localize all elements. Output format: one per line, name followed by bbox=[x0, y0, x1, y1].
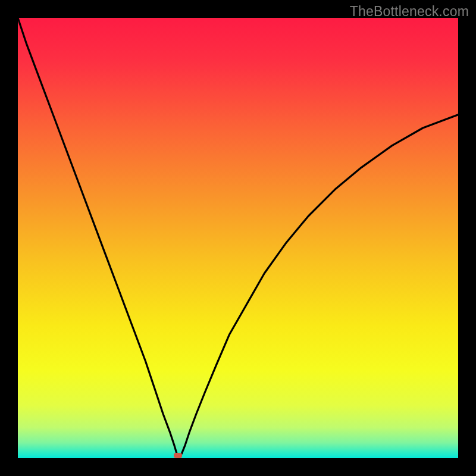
watermark: TheBottleneck.com bbox=[350, 4, 469, 20]
bottleneck-curve bbox=[18, 18, 458, 458]
plot-area bbox=[18, 18, 458, 458]
optimal-marker bbox=[174, 453, 182, 458]
chart-frame: TheBottleneck.com bbox=[0, 0, 476, 476]
